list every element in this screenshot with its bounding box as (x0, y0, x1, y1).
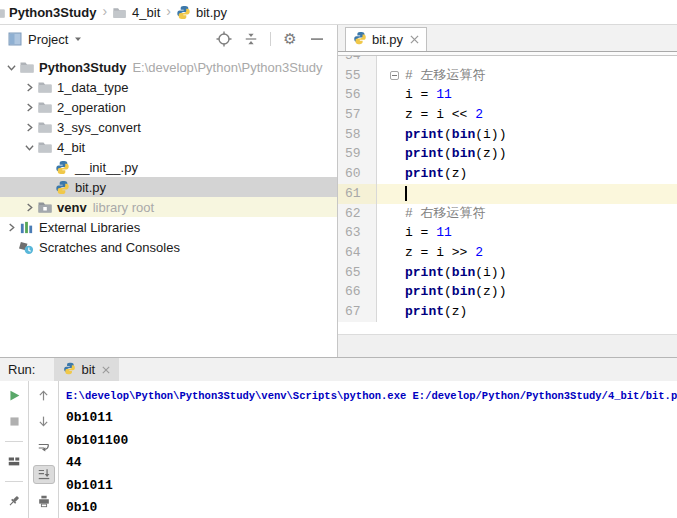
token-builtin: bin (452, 265, 475, 280)
line-number[interactable]: 64 (338, 243, 377, 263)
code-text[interactable] (403, 184, 677, 204)
code-area[interactable]: 5455# 左移运算符56i = 1157z = i << 258print(b… (338, 56, 677, 334)
tree-item-2-operation[interactable]: 2_operation (0, 97, 337, 117)
breadcrumb-folder[interactable]: 4_bit (130, 5, 162, 20)
code-text[interactable]: print(bin(i)) (403, 263, 677, 283)
line-number[interactable]: 61 (338, 184, 377, 204)
chevron-down-icon[interactable] (73, 34, 83, 44)
up-stack-trace-icon[interactable] (33, 386, 55, 404)
line-number[interactable]: 67 (338, 302, 377, 322)
code-line-58[interactable]: 58print(bin(i)) (338, 125, 677, 145)
restore-layout-button[interactable] (3, 452, 25, 471)
line-number[interactable]: 66 (338, 282, 377, 302)
print-console-icon[interactable] (33, 492, 55, 510)
code-line-63[interactable]: 63i = 11 (338, 223, 677, 243)
gear-icon[interactable]: ⚙ (282, 31, 298, 47)
python-icon (55, 180, 73, 195)
code-text[interactable]: z = i << 2 (403, 105, 677, 125)
code-line-56[interactable]: 56i = 11 (338, 85, 677, 105)
breadcrumb-project[interactable]: Python3Study (7, 5, 98, 20)
tree-item-init-py[interactable]: __init__.py (0, 157, 337, 177)
code-text[interactable]: z = i >> 2 (403, 243, 677, 263)
code-text[interactable]: print(bin(z)) (403, 282, 677, 302)
code-text[interactable]: print(z) (403, 164, 677, 184)
code-line-60[interactable]: 60print(z) (338, 164, 677, 184)
stop-button[interactable] (3, 413, 25, 432)
down-stack-trace-icon[interactable] (33, 412, 55, 430)
line-number[interactable]: 56 (338, 85, 377, 105)
code-text[interactable]: print(bin(i)) (403, 125, 677, 145)
chevron-right-icon[interactable] (22, 103, 37, 112)
tree-item-scratches-and-consoles[interactable]: Scratches and Consoles (0, 237, 337, 257)
tree-item-label: 4_bit (55, 140, 85, 155)
code-line-62[interactable]: 62# 右移运算符 (338, 204, 677, 224)
code-line-65[interactable]: 65print(bin(i)) (338, 263, 677, 283)
line-number[interactable]: 54 (338, 56, 377, 66)
line-number[interactable]: 55 (338, 66, 377, 86)
editor-tab-bitpy[interactable]: bit.py (345, 27, 427, 51)
code-text[interactable]: # 右移运算符 (403, 204, 677, 224)
fold-column (377, 164, 403, 184)
collapse-all-icon[interactable] (243, 31, 259, 47)
console-output[interactable]: E:\develop\Python\Python3Study\venv\Scri… (59, 381, 677, 518)
tree-item-bit-py[interactable]: bit.py (0, 177, 337, 197)
code-text[interactable]: i = 11 (403, 223, 677, 243)
code-text[interactable] (403, 56, 677, 66)
code-line-59[interactable]: 59print(bin(z)) (338, 144, 677, 164)
code-line-66[interactable]: 66print(bin(z)) (338, 282, 677, 302)
python-file-icon (353, 31, 367, 48)
folder-icon (37, 139, 55, 155)
locate-file-icon[interactable] (216, 31, 232, 47)
run-tab-bit[interactable]: bit (54, 358, 119, 381)
tree-item-1-data-type[interactable]: 1_data_type (0, 77, 337, 97)
chevron-right-icon[interactable] (22, 203, 37, 212)
close-icon[interactable] (102, 366, 110, 374)
tree-item-label: venv (55, 200, 87, 215)
chevron-down-icon[interactable] (22, 143, 37, 152)
line-number[interactable]: 63 (338, 223, 377, 243)
pin-tab-button[interactable] (3, 491, 25, 510)
code-line-67[interactable]: 67print(z) (338, 302, 677, 322)
code-text[interactable]: print(z) (403, 302, 677, 322)
line-number[interactable]: 62 (338, 204, 377, 224)
line-number[interactable]: 57 (338, 105, 377, 125)
code-line-55[interactable]: 55# 左移运算符 (338, 66, 677, 86)
fold-column (377, 302, 403, 322)
code-text[interactable]: # 左移运算符 (403, 66, 677, 86)
hide-panel-icon[interactable] (309, 31, 325, 47)
tree-item-external-libraries[interactable]: External Libraries (0, 217, 337, 237)
code-line-54[interactable]: 54 (338, 56, 677, 66)
line-number[interactable]: 60 (338, 164, 377, 184)
tree-item-venv[interactable]: venvlibrary root (0, 197, 337, 217)
code-line-64[interactable]: 64z = i >> 2 (338, 243, 677, 263)
scroll-to-end-icon[interactable] (33, 465, 55, 484)
fold-marker-icon[interactable] (390, 71, 399, 80)
code-text[interactable]: i = 11 (403, 85, 677, 105)
run-toolbar-console (29, 381, 59, 518)
tree-item-3-sys-convert[interactable]: 3_sys_convert (0, 117, 337, 137)
project-panel-title[interactable]: Project (28, 32, 68, 47)
chevron-right-icon[interactable] (22, 123, 37, 132)
line-number[interactable]: 65 (338, 263, 377, 283)
run-panel-header: Run: bit (0, 358, 677, 381)
project-panel-header: Project ⚙ (0, 25, 337, 53)
breadcrumb-file[interactable]: bit.py (194, 5, 229, 20)
line-number[interactable]: 58 (338, 125, 377, 145)
close-icon[interactable] (410, 35, 419, 44)
tree-item-python3study[interactable]: Python3StudyE:\develop\Python\Python3Stu… (0, 57, 337, 77)
chevron-right-icon[interactable] (22, 83, 37, 92)
fold-column (377, 282, 403, 302)
rerun-button[interactable] (3, 386, 25, 405)
line-number[interactable]: 59 (338, 144, 377, 164)
chevron-right-icon: › (162, 3, 175, 21)
editor-scrollbar-area[interactable] (338, 334, 677, 357)
code-line-57[interactable]: 57z = i << 2 (338, 105, 677, 125)
token-builtin: print (405, 304, 444, 319)
tree-item-4-bit[interactable]: 4_bit (0, 137, 337, 157)
soft-wrap-icon[interactable] (33, 439, 55, 457)
code-line-61[interactable]: 61 (338, 184, 677, 204)
chevron-right-icon[interactable] (4, 223, 19, 232)
code-text[interactable]: print(bin(z)) (403, 144, 677, 164)
fold-column (377, 144, 403, 164)
chevron-down-icon[interactable] (4, 63, 19, 72)
